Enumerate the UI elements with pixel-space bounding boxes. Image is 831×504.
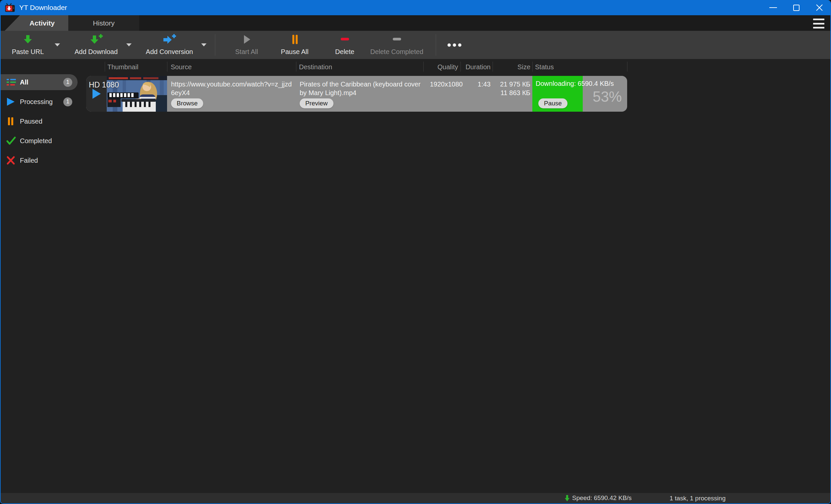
paused-icon bbox=[6, 117, 15, 126]
add-conversion-icon bbox=[162, 33, 177, 46]
paste-url-icon bbox=[22, 34, 33, 45]
pause-all-label: Pause All bbox=[281, 48, 308, 56]
delete-icon bbox=[339, 34, 350, 45]
column-divider bbox=[167, 62, 167, 71]
sidebar-item-label: Paused bbox=[20, 118, 42, 125]
tasks-summary: 1 task, 1 processing bbox=[669, 495, 725, 502]
status-text: Downloading: 6590.4 KB/s bbox=[536, 80, 627, 87]
speed-text: Speed: 6590.42 KB/s bbox=[572, 494, 632, 502]
title-bar: YT Downloader bbox=[0, 0, 831, 15]
tab-history-label: History bbox=[93, 19, 114, 27]
paste-url-dropdown[interactable] bbox=[50, 31, 65, 59]
add-download-dropdown[interactable] bbox=[121, 31, 137, 59]
hamburger-icon bbox=[813, 19, 824, 20]
column-header-source[interactable]: Source bbox=[171, 63, 192, 71]
download-row[interactable]: HD 1080 https://www.youtube.com/watch?v=… bbox=[86, 76, 627, 112]
toolbar-separator bbox=[435, 34, 436, 56]
paste-url-label: Paste URL bbox=[12, 48, 44, 56]
toolbar: Paste URL Add Download Add Conversion St… bbox=[1, 31, 830, 59]
add-conversion-button[interactable]: Add Conversion bbox=[143, 31, 196, 59]
browse-button[interactable]: Browse bbox=[171, 98, 203, 108]
completed-icon bbox=[6, 136, 16, 145]
delete-completed-icon bbox=[391, 34, 402, 45]
app-logo-icon bbox=[5, 3, 15, 12]
chevron-down-icon bbox=[126, 43, 132, 47]
play-icon bbox=[92, 88, 101, 99]
count-badge: 1 bbox=[63, 97, 72, 107]
chevron-down-icon bbox=[201, 43, 206, 47]
delete-completed-label: Delete Completed bbox=[370, 48, 423, 56]
pause-button[interactable]: Pause bbox=[538, 98, 568, 108]
sidebar-item-label: Completed bbox=[20, 137, 52, 145]
tab-activity-label: Activity bbox=[29, 19, 55, 27]
add-download-label: Add Download bbox=[75, 48, 118, 56]
quality-value: 1920x1080 bbox=[430, 80, 463, 88]
sidebar-item-completed[interactable]: Completed bbox=[1, 133, 78, 149]
duration-value: 1:43 bbox=[461, 80, 491, 88]
tab-history[interactable]: History bbox=[68, 15, 139, 31]
add-conversion-label: Add Conversion bbox=[146, 48, 193, 56]
sidebar-item-label: Processing bbox=[20, 98, 53, 106]
destination-filename: Pirates of the Caribbean (keyboard cover… bbox=[299, 80, 423, 97]
filter-sidebar: All 1 Processing 1 Paused Completed Fail… bbox=[1, 74, 79, 172]
start-all-label: Start All bbox=[235, 48, 258, 56]
sidebar-item-label: Failed bbox=[20, 157, 38, 165]
maximize-icon bbox=[793, 5, 800, 11]
pause-all-icon bbox=[289, 34, 300, 45]
sidebar-item-failed[interactable]: Failed bbox=[1, 152, 78, 168]
add-conversion-dropdown[interactable] bbox=[196, 31, 211, 59]
sidebar-item-label: All bbox=[20, 79, 29, 86]
progress-percent-label: 53% bbox=[593, 88, 622, 105]
menu-button[interactable] bbox=[811, 18, 826, 29]
sidebar-item-paused[interactable]: Paused bbox=[1, 113, 78, 129]
column-header-duration[interactable]: Duration bbox=[462, 63, 491, 71]
toolbar-separator bbox=[215, 34, 216, 56]
close-button[interactable] bbox=[808, 0, 831, 15]
column-divider bbox=[627, 62, 628, 71]
delete-button[interactable]: Delete bbox=[328, 31, 361, 59]
source-url: https://www.youtube.com/watch?v=z_jjzd6e… bbox=[171, 80, 294, 97]
preview-button[interactable]: Preview bbox=[299, 98, 334, 108]
add-download-icon bbox=[89, 33, 104, 46]
status-bar: Speed: 6590.42 KB/s 1 task, 1 processing bbox=[1, 493, 830, 503]
start-all-icon bbox=[241, 34, 252, 45]
processing-icon bbox=[6, 97, 15, 107]
column-header-size[interactable]: Size bbox=[494, 63, 531, 71]
tab-activity[interactable]: Activity bbox=[5, 15, 68, 31]
column-divider bbox=[460, 62, 461, 71]
delete-completed-button[interactable]: Delete Completed bbox=[365, 31, 428, 59]
tab-bar: Activity History bbox=[1, 15, 830, 31]
column-divider bbox=[532, 62, 533, 71]
column-header-thumbnail[interactable]: Thumbnail bbox=[107, 63, 138, 71]
more-dots-icon bbox=[446, 39, 463, 51]
more-actions-button[interactable] bbox=[439, 31, 469, 59]
sidebar-item-all[interactable]: All 1 bbox=[1, 74, 78, 90]
app-window: YT Downloader Activity History Paste URL… bbox=[0, 0, 831, 504]
paste-url-button[interactable]: Paste URL bbox=[6, 31, 50, 59]
speed-indicator: Speed: 6590.42 KB/s bbox=[565, 494, 632, 502]
column-header-destination[interactable]: Destination bbox=[299, 63, 332, 71]
chevron-down-icon bbox=[55, 43, 60, 47]
minimize-icon bbox=[769, 7, 777, 8]
size-values: 21 975 КБ 11 863 КБ bbox=[493, 80, 531, 97]
window-controls bbox=[762, 0, 831, 15]
column-divider bbox=[296, 62, 296, 71]
add-download-button[interactable]: Add Download bbox=[71, 31, 121, 59]
count-badge: 1 bbox=[63, 78, 72, 87]
column-divider bbox=[105, 62, 105, 71]
content-area: Thumbnail Source Destination Quality Dur… bbox=[1, 59, 830, 493]
pause-all-button[interactable]: Pause All bbox=[275, 31, 315, 59]
window-title: YT Downloader bbox=[19, 4, 67, 11]
column-header-quality[interactable]: Quality bbox=[425, 63, 458, 71]
start-all-button[interactable]: Start All bbox=[228, 31, 265, 59]
size-downloaded: 11 863 КБ bbox=[493, 88, 531, 97]
close-icon bbox=[815, 4, 823, 11]
delete-label: Delete bbox=[335, 48, 354, 56]
sidebar-item-processing[interactable]: Processing 1 bbox=[1, 94, 78, 110]
minimize-button[interactable] bbox=[762, 0, 784, 15]
quality-overlay-label: HD 1080 bbox=[89, 81, 119, 89]
failed-icon bbox=[6, 156, 15, 165]
maximize-button[interactable] bbox=[784, 0, 808, 15]
column-header-status[interactable]: Status bbox=[535, 63, 554, 71]
size-total: 21 975 КБ bbox=[493, 80, 531, 88]
